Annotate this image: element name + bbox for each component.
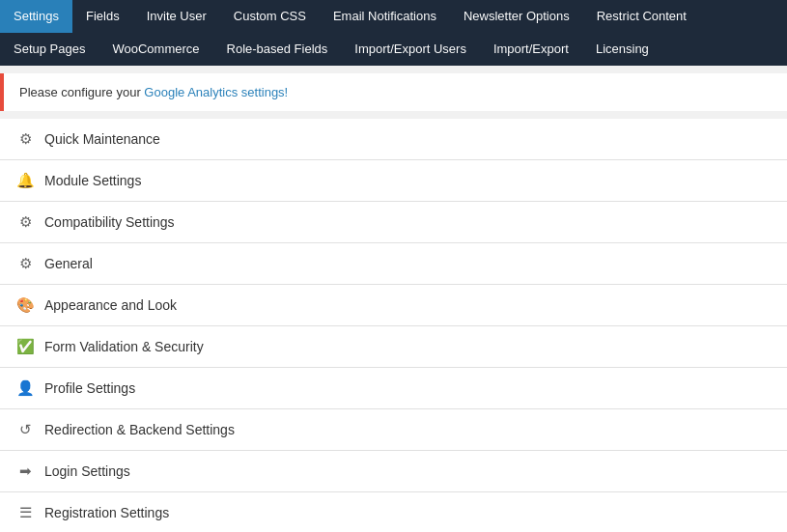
section-row-4[interactable]: 🎨Appearance and Look	[0, 285, 787, 326]
nav-tab-restrict-content[interactable]: Restrict Content	[583, 0, 700, 33]
nav-tab-invite-user[interactable]: Invite User	[133, 0, 220, 33]
section-row-7[interactable]: ↺Redirection & Backend Settings	[0, 409, 787, 451]
section-label-9: Registration Settings	[44, 505, 169, 520]
section-icon-1: 🔔	[15, 172, 35, 189]
section-label-7: Redirection & Backend Settings	[44, 422, 235, 437]
nav-tab-licensing[interactable]: Licensing	[582, 33, 662, 66]
section-icon-2: ⚙	[15, 213, 35, 231]
section-icon-5: ✅	[15, 338, 35, 355]
section-row-5[interactable]: ✅Form Validation & Security	[0, 326, 787, 368]
section-icon-4: 🎨	[15, 296, 35, 314]
section-row-6[interactable]: 👤Profile Settings	[0, 368, 787, 409]
nav-tab-newsletter-options[interactable]: Newsletter Options	[450, 0, 583, 33]
section-row-2[interactable]: ⚙Compatibility Settings	[0, 202, 787, 243]
section-label-0: Quick Maintenance	[44, 131, 160, 147]
section-row-0[interactable]: ⚙Quick Maintenance	[0, 119, 787, 160]
section-icon-3: ⚙	[15, 255, 35, 272]
section-label-3: General	[44, 256, 93, 271]
section-label-4: Appearance and Look	[44, 297, 177, 313]
section-row-8[interactable]: ➡Login Settings	[0, 451, 787, 492]
nav-tab-woocommerce[interactable]: WooCommerce	[98, 33, 212, 66]
notice-bar: Please configure your Google Analytics s…	[0, 73, 787, 111]
section-row-9[interactable]: ☰Registration Settings	[0, 492, 787, 532]
notice-link[interactable]: Google Analytics settings!	[144, 85, 288, 99]
section-row-3[interactable]: ⚙General	[0, 243, 787, 285]
notice-text-before: Please configure your	[19, 85, 144, 99]
section-label-1: Module Settings	[44, 173, 141, 188]
nav-tab-settings[interactable]: Settings	[0, 0, 72, 33]
sections-container: ⚙Quick Maintenance🔔Module Settings⚙Compa…	[0, 119, 787, 532]
section-label-8: Login Settings	[44, 463, 130, 479]
section-row-1[interactable]: 🔔Module Settings	[0, 160, 787, 202]
section-icon-9: ☰	[15, 504, 35, 521]
section-icon-0: ⚙	[15, 130, 35, 148]
section-label-5: Form Validation & Security	[44, 339, 204, 354]
section-icon-6: 👤	[15, 379, 35, 397]
app-container: SettingsFieldsInvite UserCustom CSSEmail…	[0, 0, 787, 532]
section-icon-8: ➡	[15, 462, 35, 480]
nav-tab-role-based-fields[interactable]: Role-based Fields	[213, 33, 342, 66]
nav-tab-import/export[interactable]: Import/Export	[480, 33, 582, 66]
section-label-2: Compatibility Settings	[44, 214, 175, 230]
nav-tab-import/export-users[interactable]: Import/Export Users	[341, 33, 480, 66]
nav-tab-custom-css[interactable]: Custom CSS	[220, 0, 320, 33]
nav-tab-setup-pages[interactable]: Setup Pages	[0, 33, 98, 66]
nav-bar-row1: SettingsFieldsInvite UserCustom CSSEmail…	[0, 0, 787, 66]
nav-tab-email-notifications[interactable]: Email Notifications	[320, 0, 450, 33]
section-icon-7: ↺	[15, 421, 35, 438]
section-label-6: Profile Settings	[44, 380, 135, 396]
nav-tab-fields[interactable]: Fields	[72, 0, 133, 33]
